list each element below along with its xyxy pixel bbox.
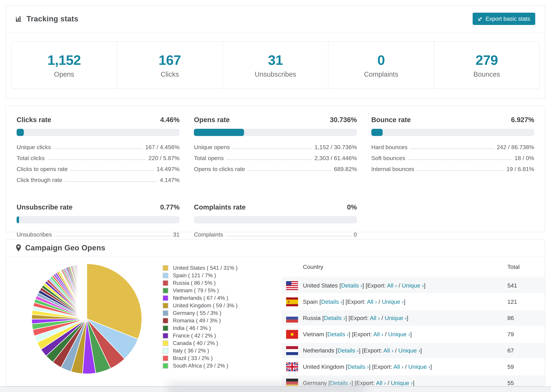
export-all-link[interactable]: All › [373,331,383,337]
export-unique-link[interactable]: Unique › [385,315,407,321]
rate-row: Total clicks220 / 5.87% [17,155,179,161]
rate-title: Clicks rate [17,116,51,124]
rate-row: Opens to clicks rate689.82% [194,166,357,172]
rate-title: Unsubscribe rate [17,203,72,211]
legend-item-netherlands[interactable]: Netherlands ( 67 / 4% ) [162,295,238,301]
legend-label: Canada ( 40 / 2% ) [173,340,218,346]
legend-label: United Kingdom ( 59 / 3% ) [173,302,238,309]
stat-value: 279 [434,52,539,68]
stat-value: 1,152 [11,52,117,68]
footer-haze [168,384,366,392]
export-all-link[interactable]: All › [393,364,403,370]
export-unique-link[interactable]: Unique › [402,282,424,289]
export-all-link[interactable]: All › [383,347,394,354]
geo-table-row-es: Spain [Details ›] [Export: All › / Uniqu… [282,294,545,310]
export-label: Export: [374,364,392,370]
legend-label: Spain ( 121 / 7% ) [173,272,216,279]
page-title: Tracking stats [27,14,78,23]
details-link[interactable]: Details › [347,364,369,370]
flag-vn-icon [286,330,298,339]
details-link[interactable]: Details › [321,298,342,305]
geo-table-header: Country Total [282,257,545,277]
total-cell: 55 [507,380,545,386]
country-name: Russia [303,315,321,321]
export-icon [478,16,483,21]
legend-item-spain[interactable]: Spain ( 121 / 7% ) [162,272,238,279]
rate-block-clicks-rate: Clicks rate4.46%Unique clicks167 / 4.456… [17,116,179,188]
flag-nl-icon [286,346,298,355]
legend-swatch [162,318,168,324]
dotted-leader [417,170,504,171]
legend-item-united-kingdom[interactable]: United Kingdom ( 59 / 3% ) [162,302,238,309]
progress-bar [17,129,179,136]
stat-label: Clicks [117,70,222,78]
rate-row: Complaints0 [194,231,357,238]
stat-cell-unsubscribes: 31Unsubscribes [222,42,328,89]
export-all-link[interactable]: All › [367,298,377,305]
export-all-link[interactable]: All › [370,315,380,321]
details-link[interactable]: Details › [338,347,359,354]
export-unique-link[interactable]: Unique › [398,347,420,354]
legend-swatch [162,295,168,301]
progress-bar [194,129,357,136]
legend-label: South Africa ( 29 / 2% ) [173,363,228,369]
export-label: Export: [353,331,372,337]
legend-swatch [162,310,168,316]
legend-item-romania[interactable]: Romania ( 49 / 3% ) [162,317,238,324]
export-all-link[interactable]: All › [376,380,386,386]
rate-title: Opens rate [194,116,230,124]
legend-item-russia[interactable]: Russia ( 86 / 5% ) [162,280,238,286]
total-cell: 541 [507,282,545,289]
legend-item-united-states[interactable]: United States ( 541 / 31% ) [162,265,238,271]
country-name: United States [303,282,338,289]
legend-item-canada[interactable]: Canada ( 40 / 2% ) [162,340,238,346]
details-link[interactable]: Details › [327,331,349,337]
geo-content: United States ( 541 / 31% )Spain ( 121 /… [6,257,545,386]
legend-swatch [162,280,168,286]
details-link[interactable]: Details › [324,315,345,321]
dotted-leader [55,236,170,236]
map-pin-icon [15,244,21,252]
legend-label: Germany ( 55 / 3% ) [173,310,221,316]
stat-cell-complaints: 0Complaints [328,42,434,89]
rate-row: Internal bounces19 / 6.81% [371,166,534,172]
export-unique-link[interactable]: Unique › [388,331,410,337]
total-cell: 59 [507,364,545,370]
legend-item-india[interactable]: India ( 46 / 3% ) [162,325,238,331]
rate-row: Hard bounces242 / 86.738% [371,144,534,151]
rate-value: 30.736% [330,116,357,124]
stat-value: 0 [328,52,434,68]
rate-row: Unique opens1,152 / 30.736% [194,144,357,151]
progress-bar-fill [194,129,244,136]
export-all-link[interactable]: All › [387,282,397,289]
dotted-leader [233,148,312,149]
stat-value: 31 [223,52,328,68]
flag-es-icon [286,297,298,306]
total-cell: 67 [507,347,545,354]
dotted-leader [226,159,312,160]
export-basic-stats-button[interactable]: Export basic stats [473,13,535,25]
country-cell: United States [Details ›] [Export: All ›… [303,282,507,289]
export-unique-link[interactable]: Unique › [408,364,430,370]
details-link[interactable]: Details › [341,282,362,289]
legend-item-vietnam[interactable]: Vietnam ( 79 / 5% ) [162,287,238,294]
legend-item-brazil[interactable]: Brazil ( 33 / 2% ) [162,355,238,361]
geo-opens-pie-chart [27,259,147,379]
dotted-leader [71,170,154,171]
column-header-country: Country [303,264,507,270]
legend-label: Russia ( 86 / 5% ) [173,280,216,286]
legend-swatch [162,355,168,361]
legend-item-germany[interactable]: Germany ( 55 / 3% ) [162,310,238,316]
progress-bar-fill [371,129,383,136]
legend-item-france[interactable]: France ( 42 / 2% ) [162,332,238,339]
export-unique-link[interactable]: Unique › [382,298,404,305]
rate-title: Complaints rate [194,203,246,211]
legend-item-italy[interactable]: Italy ( 36 / 2% ) [162,348,238,354]
rate-title: Bounce rate [371,116,411,124]
rate-value: 4.46% [160,116,179,124]
legend-item-south-africa[interactable]: South Africa ( 29 / 2% ) [162,363,238,369]
rate-value: 6.927% [511,116,534,124]
stat-label: Unsubscribes [223,70,328,78]
export-unique-link[interactable]: Unique › [391,380,413,386]
rate-value: 0% [347,203,357,211]
